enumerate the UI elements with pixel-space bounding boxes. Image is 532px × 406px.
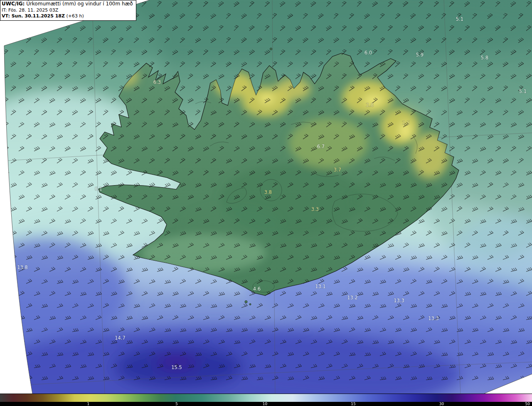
colorbar-tick-label: 50: [525, 402, 530, 406]
colorbar-tick-label: 30: [439, 402, 444, 406]
forecast-info-box: UWC/IG: Úrkomumætti (mm) og vindur í 100…: [0, 0, 136, 21]
valid-time-line: VT: Sun. 30.11.2025 18Z (+63 h): [2, 13, 133, 20]
map-svg: 5.16.05.95.85.16.32.82.56.73.76.13.83.31…: [0, 0, 532, 394]
colorbar-labels: 1510153050: [0, 402, 532, 406]
precip-value-label: 5.1: [456, 16, 463, 22]
map-title-line: UWC/IG: Úrkomumætti (mm) og vindur í 100…: [2, 1, 133, 7]
precip-value-label: 5.8: [481, 55, 488, 61]
precip-value-label: 3.7: [334, 167, 341, 173]
init-time: IT: Fös. 28. 11. 2025 03Z: [2, 7, 133, 14]
precip-value-label: 3.3: [311, 206, 319, 212]
precip-value-label: 5.9: [416, 52, 424, 58]
colorbar-gradient: [0, 394, 532, 402]
colorbar-tick-label: 5: [175, 402, 178, 406]
weather-map-app: 5.16.05.95.85.16.32.82.56.73.76.13.83.31…: [0, 0, 532, 406]
valid-time: VT: Sun. 30.11.2025 18Z: [2, 13, 65, 19]
precip-value-label: 2.8: [366, 102, 374, 108]
colorbar-legend: 1510153050: [0, 394, 532, 406]
map-canvas: 5.16.05.95.85.16.32.82.56.73.76.13.83.31…: [0, 0, 532, 394]
map-title: Úrkomumætti (mm) og vindur í 100m hæð: [26, 1, 133, 7]
colorbar-tick-label: 10: [263, 402, 267, 406]
precip-value-label: 13.3: [394, 298, 404, 303]
model-label: UWC/IG:: [2, 1, 25, 7]
precip-value-label: 15.5: [171, 364, 182, 370]
precip-value-label: 14.7: [115, 335, 126, 341]
precip-value-label: 3.8: [264, 189, 272, 195]
precip-value-label: 13.8: [17, 264, 28, 270]
valid-offset: (+63 h): [66, 13, 84, 19]
precip-value-label: 6.1: [95, 186, 102, 192]
precip-value-label: 6.0: [365, 50, 372, 56]
precip-value-label: 5.1: [519, 88, 527, 94]
precip-value-label: 13.2: [347, 295, 358, 301]
precip-value-label: 13.1: [315, 284, 326, 289]
precip-value-label: 6.7: [317, 144, 325, 149]
precip-value-label: 4.6: [253, 286, 261, 292]
precip-value-label: 13.3: [428, 316, 439, 321]
precip-value-label: 6.3: [153, 79, 161, 85]
colorbar-tick-label: 1: [87, 402, 90, 406]
colorbar-tick-label: 15: [351, 402, 355, 406]
precip-value-label: 2.5: [402, 120, 410, 126]
